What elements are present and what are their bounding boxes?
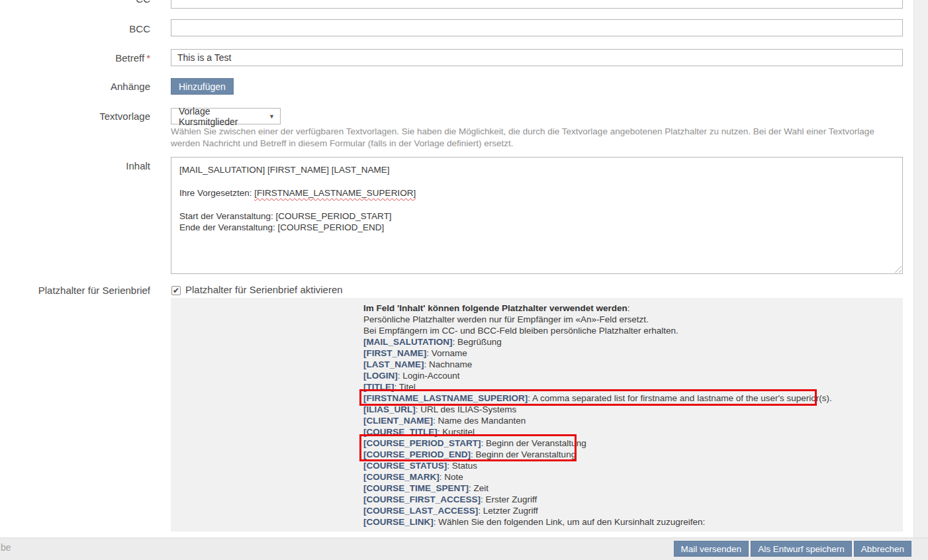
placeholder-item: [FIRST_NAME]: Vorname [363,348,832,359]
content-line: Ihre Vorgesetzten: [FIRSTNAME_LASTNAME_S… [179,187,894,199]
bcc-label: BCC [0,23,150,34]
content-textarea[interactable]: [MAIL_SALUTATION] [FIRST_NAME] [LAST_NAM… [171,157,903,274]
placeholder-intro-bold: Im Feld 'Inhalt' können folgende Platzha… [363,303,627,313]
placeholder-key: [COURSE_PERIOD_END] [363,449,471,459]
placeholder-key: [COURSE_FIRST_ACCESS] [363,494,481,504]
placeholder-item: [COURSE_PERIOD_END]: Beginn der Veransta… [363,449,832,460]
footer-buttons: Mail versendenAls Entwurf speichernAbbre… [674,541,911,557]
template-select[interactable]: Vorlage Kursmitglieder ▼ [171,108,281,124]
save-draft-button[interactable]: Als Entwurf speichern [751,541,852,557]
add-attachment-button[interactable]: Hinzufügen [171,78,234,95]
subject-label-text: Betreff [115,52,144,64]
content-line [179,175,894,187]
bcc-input[interactable] [171,19,903,36]
placeholder-note-2: Bei Empfängern im CC- und BCC-Feld bleib… [363,325,832,336]
placeholder-key: [COURSE_LAST_ACCESS] [363,506,478,516]
cc-input[interactable] [171,0,903,9]
serial-letter-checkbox[interactable]: ✔ [171,286,181,295]
placeholder-item: [COURSE_TITLE]: Kurstitel [363,426,832,438]
placeholder-note-1: Persönliche Platzhalter werden nur für E… [363,314,832,325]
placeholder-item: [COURSE_LAST_ACCESS]: Letzter Zugriff [363,505,832,516]
content-text: [MAIL_SALUTATION] [FIRST_NAME] [LAST_NAM… [179,164,894,233]
placeholder-item: [COURSE_TIME_SPENT]: Zeit [363,483,832,494]
placeholder-item: [FIRSTNAME_LASTNAME_SUPERIOR]: A comma s… [363,393,832,404]
template-label: Textvorlage [0,111,150,122]
placeholder-key: [LAST_NAME] [363,359,424,369]
content-line: Ende der Veranstaltung: [COURSE_PERIOD_E… [179,222,894,233]
content-line: Start der Veranstaltung: [COURSE_PERIOD_… [179,210,894,222]
placeholder-key: [LOGIN] [363,371,398,381]
content-line: [MAIL_SALUTATION] [FIRST_NAME] [LAST_NAM… [179,164,894,175]
content-label: Inhalt [0,160,150,171]
placeholder-key: [COURSE_MARK] [363,472,440,482]
placeholder-intro-colon: : [627,303,630,313]
cancel-button[interactable]: Abbrechen [854,541,911,557]
required-asterisk: * [146,52,150,64]
placeholder-key: [FIRST_NAME] [363,348,426,358]
placeholder-legend-box: Im Feld 'Inhalt' können folgende Platzha… [171,298,903,532]
placeholder-item: [COURSE_STATUS]: Status [363,460,832,471]
placeholder-item: [COURSE_PERIOD_START]: Beginn der Verans… [363,438,832,449]
placeholder-item: [CLIENT_NAME]: Name des Mandanten [363,415,832,426]
serial-letter-checkbox-label: Platzhalter für Serienbrief aktivieren [185,284,343,295]
placeholder-key: [COURSE_STATUS] [363,461,447,471]
subject-label: Betreff* [0,52,150,64]
placeholder-item: [LOGIN]: Login-Account [363,370,832,381]
placeholder-key: [COURSE_PERIOD_START] [363,438,481,448]
placeholder-list: Im Feld 'Inhalt' können folgende Platzha… [363,303,832,528]
placeholder-key: [COURSE_TITLE] [363,427,438,437]
footer-partial-text: be [1,542,11,553]
template-selected-value: Vorlage Kursmitglieder [179,106,263,127]
placeholder-item: [TITLE]: Titel [363,381,832,393]
template-help-text: Wählen Sie zwischen einer der verfügbare… [171,126,890,149]
cc-label: CC [0,0,150,5]
placeholder-key: [COURSE_LINK] [363,517,434,527]
subject-input[interactable]: This is a Test [171,49,903,66]
placeholder-item: [COURSE_FIRST_ACCESS]: Erster Zugriff [363,494,832,505]
placeholder-key: [MAIL_SALUTATION] [363,337,452,347]
serial-letter-label: Platzhalter für Serienbrief [0,285,150,296]
send-mail-button[interactable]: Mail versenden [674,541,749,557]
placeholder-item: [COURSE_MARK]: Note [363,471,832,483]
chevron-down-icon: ▼ [269,113,275,120]
mail-compose-form: CC BCC Betreff* This is a Test Anhänge H… [0,0,928,560]
placeholder-key: [COURSE_TIME_SPENT] [363,483,469,493]
placeholder-intro: Im Feld 'Inhalt' können folgende Platzha… [363,303,832,314]
placeholder-item: [COURSE_LINK]: Wählen Sie den folgenden … [363,516,832,528]
placeholder-items: [MAIL_SALUTATION]: Begrüßung[FIRST_NAME]… [363,336,832,528]
footer-toolbar: be Mail versendenAls Entwurf speichernAb… [0,537,928,560]
content-line [179,199,894,210]
placeholder-key: [FIRSTNAME_LASTNAME_SUPERIOR] [363,393,528,403]
placeholder-item: [ILIAS_URL]: URL des ILIAS-Systems [363,404,832,415]
placeholder-key: [ILIAS_URL] [363,404,416,414]
scrollbar-track[interactable] [913,0,928,537]
placeholder-item: [LAST_NAME]: Nachname [363,359,832,370]
placeholder-key: [TITLE] [363,382,394,392]
attachments-label: Anhänge [0,81,150,92]
placeholder-key: [CLIENT_NAME] [363,416,433,426]
placeholder-item: [MAIL_SALUTATION]: Begrüßung [363,336,832,348]
misspelled-placeholder: [FIRSTNAME_LASTNAME_SUPERIOR] [254,188,416,198]
resize-handle-icon[interactable] [893,264,902,273]
